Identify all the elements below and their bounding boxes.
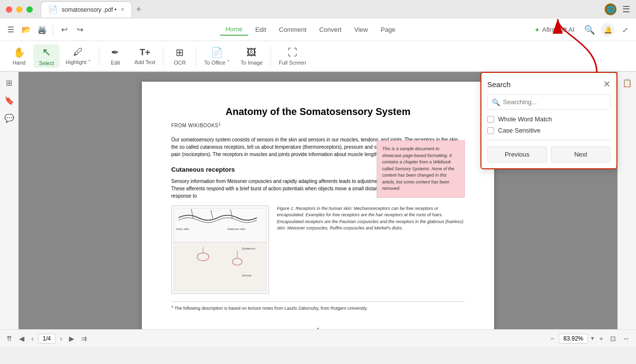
tab-close-icon[interactable]: ✕ <box>120 6 125 13</box>
edit-icon: ✒ <box>111 46 119 58</box>
to-image-icon: 🖼 <box>247 47 256 58</box>
tab-page[interactable]: Page <box>375 24 401 35</box>
hand-label: Hand <box>13 60 25 66</box>
hand-tool[interactable]: ✋ Hand <box>6 45 32 68</box>
pdf-title: Anatomy of the Somatosensory System <box>171 106 465 117</box>
add-text-label: Add Text <box>135 59 156 65</box>
pdf-tab[interactable]: 📄 somatosensory .pdf • ✕ <box>41 1 132 17</box>
avatar: 🌐 <box>605 3 616 15</box>
edit-label: Edit <box>111 60 120 66</box>
menu-btn[interactable]: ☰ <box>4 23 18 37</box>
close-button[interactable] <box>6 6 12 13</box>
pdf-source: FROM WIKIBOOKS1 <box>171 121 465 128</box>
to-office-icon: 📄 <box>211 46 223 58</box>
fit-width-btn[interactable]: ↔ <box>620 333 632 344</box>
search-options: Whole Word Match Case Sensitive <box>487 115 611 134</box>
combined-toolbar: ☰ 📂 🖨️ ↩ ↪ Home Edit Comment Convert Vie… <box>0 19 636 72</box>
full-screen-tool[interactable]: ⛶ Full Screen <box>274 45 311 68</box>
search-input-wrap: 🔍 <box>487 94 611 110</box>
pdf-source-text: FROM WIKIBOOKS <box>171 123 218 128</box>
minimize-button[interactable] <box>16 6 23 13</box>
previous-button[interactable]: Previous <box>487 146 547 162</box>
hand-icon: ✋ <box>13 46 25 58</box>
fit-page-btn[interactable]: ⊡ <box>608 333 618 344</box>
right-panel-icon[interactable]: 📋 <box>620 76 634 90</box>
menu-icon[interactable]: ☰ <box>622 4 630 15</box>
tab-comment[interactable]: Comment <box>273 24 312 35</box>
tab-bar: 📄 somatosensory .pdf • ✕ + <box>41 1 605 17</box>
to-office-tool[interactable]: 📄 To Office ˅ <box>199 45 234 68</box>
zoom-dropdown-arrow[interactable]: ▼ <box>590 336 595 341</box>
to-image-label: To Image <box>241 60 263 66</box>
search-input[interactable] <box>503 95 606 109</box>
search-magnifier-icon: 🔍 <box>492 98 500 106</box>
go-to-last-page-btn[interactable]: ⇉ <box>79 333 90 344</box>
case-sensitive-checkbox[interactable] <box>487 127 494 134</box>
expand-btn[interactable]: ⤢ <box>618 23 632 37</box>
zoom-wrap: − ▼ + ⊡ ↔ <box>548 333 632 344</box>
sidebar-cursor-icon[interactable]: ⊞ <box>2 76 16 90</box>
case-sensitive-label: Case Sensitive <box>498 127 541 134</box>
open-btn[interactable]: 📂 <box>20 23 33 37</box>
maximize-button[interactable] <box>26 6 33 13</box>
right-sidebar: 📋 <box>617 72 636 347</box>
ocr-tool[interactable]: ⊞ OCR <box>166 45 193 68</box>
zoom-input[interactable] <box>559 334 588 343</box>
tab-view[interactable]: View <box>348 24 374 35</box>
ocr-label: OCR <box>174 60 185 66</box>
ocr-icon: ⊞ <box>176 46 184 58</box>
pdf-page: Anatomy of the Somatosensory System FROM… <box>142 82 494 347</box>
tab-home[interactable]: Home <box>220 23 249 36</box>
previous-page-btn[interactable]: ◀ <box>17 333 27 344</box>
next-page-btn[interactable]: ▶ <box>67 333 77 344</box>
print-btn[interactable]: 🖨️ <box>35 23 49 37</box>
search-navigation: Previous Next <box>487 140 611 162</box>
highlight-label: Highlight ˅ <box>66 59 91 66</box>
redo-btn[interactable]: ↪ <box>73 23 87 37</box>
separator <box>53 24 53 36</box>
tool-separator-4 <box>271 46 271 66</box>
next-page-step-btn[interactable]: › <box>58 333 65 344</box>
add-text-tool[interactable]: T+ Add Text <box>130 46 160 67</box>
whole-word-checkbox[interactable] <box>487 116 494 123</box>
pink-annotation-box: This is a sample document to showcase pa… <box>377 140 465 198</box>
to-image-tool[interactable]: 🖼 To Image <box>236 45 268 68</box>
add-text-icon: T+ <box>139 47 150 58</box>
svg-text:Dermis: Dermis <box>242 274 251 277</box>
footnote: 1 The following description is based on … <box>171 301 465 312</box>
full-screen-icon: ⛶ <box>288 47 297 58</box>
search-icon-button[interactable]: 🔍 <box>582 23 597 37</box>
notifications-btn[interactable]: 🔔 <box>601 23 614 37</box>
sidebar-bookmark-icon[interactable]: 🔖 <box>2 93 16 107</box>
new-tab-button[interactable]: + <box>136 5 141 14</box>
titlebar-right: 🌐 ☰ <box>605 3 630 15</box>
previous-page-step-btn[interactable]: ‹ <box>29 333 36 344</box>
full-screen-label: Full Screen <box>279 60 306 66</box>
tab-convert[interactable]: Convert <box>313 24 347 35</box>
zoom-in-btn[interactable]: + <box>597 333 606 344</box>
bell-icon: 🔔 <box>604 26 612 34</box>
select-label: Select <box>39 60 54 66</box>
next-button[interactable]: Next <box>551 146 611 162</box>
case-sensitive-option[interactable]: Case Sensitive <box>487 127 611 134</box>
ai-button[interactable]: ✦ Afirstsoft AI <box>530 24 578 36</box>
sidebar-comment-icon[interactable]: 💬 <box>2 111 16 125</box>
go-to-first-page-btn[interactable]: ⇈ <box>4 333 15 344</box>
select-tool[interactable]: ↖ Select <box>33 44 60 68</box>
tab-title: somatosensory .pdf • <box>62 6 116 13</box>
tool-row: ✋ Hand ↖ Select 🖊 Highlight ˅ ✒ Edit T+ … <box>0 41 636 71</box>
ai-button-label: Afirstsoft AI <box>542 26 574 33</box>
bottom-toolbar: ⇈ ◀ ‹ › ▶ ⇉ − ▼ + ⊡ ↔ <box>0 329 636 347</box>
highlight-tool[interactable]: 🖊 Highlight ˅ <box>61 45 96 68</box>
whole-word-option[interactable]: Whole Word Match <box>487 115 611 123</box>
zoom-out-btn[interactable]: − <box>548 333 557 344</box>
tab-edit[interactable]: Edit <box>250 24 272 35</box>
page-input[interactable] <box>38 334 56 343</box>
edit-tool[interactable]: ✒ Edit <box>102 45 129 68</box>
undo-btn[interactable]: ↩ <box>57 23 71 37</box>
search-close-button[interactable]: ✕ <box>603 79 611 90</box>
search-title: Search <box>487 80 511 89</box>
search-panel: Search ✕ 🔍 Whole Word Match Case Sensiti… <box>480 72 617 169</box>
nav-right: ✦ Afirstsoft AI 🔍 🔔 ⤢ <box>530 23 632 37</box>
titlebar: 📄 somatosensory .pdf • ✕ + 🌐 ☰ <box>0 0 636 19</box>
